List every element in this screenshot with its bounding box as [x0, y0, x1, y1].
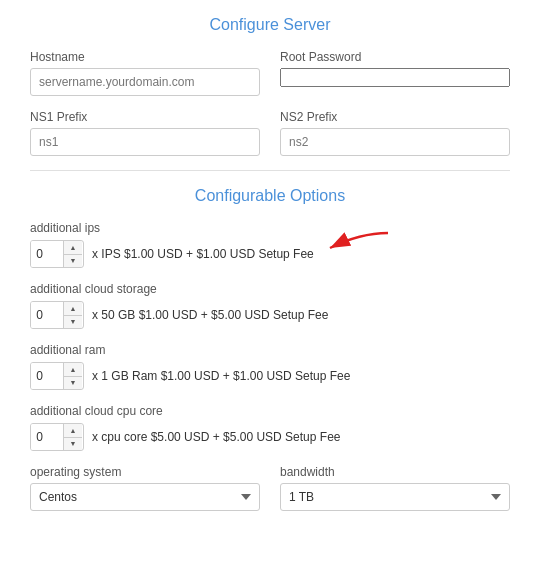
- bandwidth-group: bandwidth 1 TB 2 TB 5 TB Unlimited: [280, 465, 510, 511]
- additional-ram-input[interactable]: [31, 362, 63, 390]
- additional-ram-down[interactable]: ▼: [64, 377, 82, 390]
- additional-storage-input[interactable]: [31, 301, 63, 329]
- ns1-group: NS1 Prefix: [30, 110, 260, 156]
- additional-ips-desc: x IPS $1.00 USD + $1.00 USD Setup Fee: [92, 247, 314, 261]
- ns2-input[interactable]: [280, 128, 510, 156]
- additional-ram-arrows: ▲ ▼: [63, 363, 82, 389]
- additional-ram-up[interactable]: ▲: [64, 363, 82, 377]
- additional-ips-input[interactable]: [31, 240, 63, 268]
- ns2-group: NS2 Prefix: [280, 110, 510, 156]
- additional-storage-up[interactable]: ▲: [64, 302, 82, 316]
- bandwidth-select[interactable]: 1 TB 2 TB 5 TB Unlimited: [280, 483, 510, 511]
- additional-storage-down[interactable]: ▼: [64, 316, 82, 329]
- additional-cpu-up[interactable]: ▲: [64, 424, 82, 438]
- divider: [30, 170, 510, 171]
- additional-ips-up[interactable]: ▲: [64, 241, 82, 255]
- ns1-label: NS1 Prefix: [30, 110, 260, 124]
- additional-cpu-row: ▲ ▼ x cpu core $5.00 USD + $5.00 USD Set…: [30, 423, 510, 451]
- additional-cpu-spinner[interactable]: ▲ ▼: [30, 423, 84, 451]
- hostname-input[interactable]: [30, 68, 260, 96]
- additional-ram-label: additional ram: [30, 343, 510, 357]
- additional-ips-row: ▲ ▼ x IPS $1.00 USD + $1.00 USD Setup Fe…: [30, 240, 510, 268]
- hostname-password-row: Hostname Root Password: [30, 50, 510, 96]
- additional-ips-group: additional ips ▲ ▼ x IPS $1.00 USD + $1.…: [30, 221, 510, 268]
- additional-ips-spinner[interactable]: ▲ ▼: [30, 240, 84, 268]
- ns1-input[interactable]: [30, 128, 260, 156]
- additional-ram-spinner[interactable]: ▲ ▼: [30, 362, 84, 390]
- additional-cpu-desc: x cpu core $5.00 USD + $5.00 USD Setup F…: [92, 430, 340, 444]
- root-password-group: Root Password: [280, 50, 510, 96]
- additional-cpu-group: additional cloud cpu core ▲ ▼ x cpu core…: [30, 404, 510, 451]
- additional-ram-group: additional ram ▲ ▼ x 1 GB Ram $1.00 USD …: [30, 343, 510, 390]
- root-password-input[interactable]: [280, 68, 510, 87]
- os-bandwidth-row: operating system Centos Ubuntu Debian Ce…: [30, 465, 510, 511]
- additional-ips-down[interactable]: ▼: [64, 255, 82, 268]
- additional-storage-spinner[interactable]: ▲ ▼: [30, 301, 84, 329]
- additional-storage-group: additional cloud storage ▲ ▼ x 50 GB $1.…: [30, 282, 510, 329]
- os-select[interactable]: Centos Ubuntu Debian CentOS 7: [30, 483, 260, 511]
- main-container: Configure Server Hostname Root Password …: [0, 0, 540, 527]
- configurable-options-title: Configurable Options: [30, 187, 510, 205]
- bandwidth-label: bandwidth: [280, 465, 510, 479]
- additional-cpu-arrows: ▲ ▼: [63, 424, 82, 450]
- ns-row: NS1 Prefix NS2 Prefix: [30, 110, 510, 156]
- additional-ips-arrows: ▲ ▼: [63, 241, 82, 267]
- additional-ips-label: additional ips: [30, 221, 510, 235]
- additional-cpu-down[interactable]: ▼: [64, 438, 82, 451]
- root-password-label: Root Password: [280, 50, 510, 64]
- additional-ram-desc: x 1 GB Ram $1.00 USD + $1.00 USD Setup F…: [92, 369, 350, 383]
- additional-cpu-label: additional cloud cpu core: [30, 404, 510, 418]
- os-label: operating system: [30, 465, 260, 479]
- configure-server-title: Configure Server: [30, 16, 510, 34]
- additional-storage-row: ▲ ▼ x 50 GB $1.00 USD + $5.00 USD Setup …: [30, 301, 510, 329]
- hostname-group: Hostname: [30, 50, 260, 96]
- configurable-section: Configurable Options additional ips ▲ ▼ …: [30, 187, 510, 511]
- additional-cpu-input[interactable]: [31, 423, 63, 451]
- hostname-label: Hostname: [30, 50, 260, 64]
- additional-storage-arrows: ▲ ▼: [63, 302, 82, 328]
- ns2-label: NS2 Prefix: [280, 110, 510, 124]
- additional-storage-desc: x 50 GB $1.00 USD + $5.00 USD Setup Fee: [92, 308, 328, 322]
- additional-storage-label: additional cloud storage: [30, 282, 510, 296]
- additional-ram-row: ▲ ▼ x 1 GB Ram $1.00 USD + $1.00 USD Set…: [30, 362, 510, 390]
- os-group: operating system Centos Ubuntu Debian Ce…: [30, 465, 260, 511]
